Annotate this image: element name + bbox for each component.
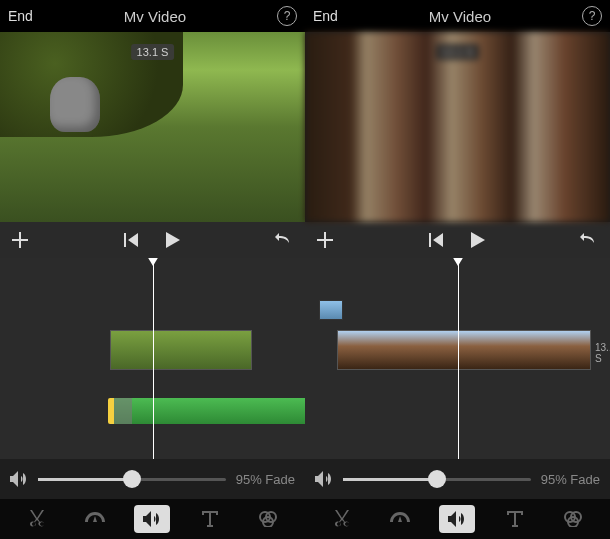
slider-knob[interactable] (428, 470, 446, 488)
undo-icon[interactable] (580, 233, 598, 247)
volume-slider[interactable] (343, 478, 531, 481)
playback-controls (0, 222, 305, 258)
slider-knob[interactable] (123, 470, 141, 488)
tool-bar (305, 499, 610, 539)
back-button[interactable]: End (313, 8, 338, 24)
tool-bar (0, 499, 305, 539)
volume-slider[interactable] (38, 478, 226, 481)
playback-controls (305, 222, 610, 258)
fade-label: 95% Fade (541, 472, 600, 487)
audio-tool[interactable] (134, 505, 170, 533)
video-clip[interactable] (337, 330, 591, 370)
help-icon[interactable]: ? (277, 6, 297, 26)
timeline[interactable] (0, 258, 305, 459)
cut-tool[interactable] (324, 505, 360, 533)
overlay-track[interactable] (319, 300, 343, 322)
skip-back-icon[interactable] (124, 233, 138, 247)
editor-pane-right: End Mv Video ? 13.1 S 13.1 S 95% Fade (305, 0, 610, 539)
timecode-badge: 13.1 S (131, 44, 175, 60)
volume-bar: 95% Fade (305, 459, 610, 499)
editor-pane-left: End Mv Video ? 13.1 S 95% Fade (0, 0, 305, 539)
volume-bar: 95% Fade (0, 459, 305, 499)
video-preview[interactable]: 13.1 S (305, 32, 610, 222)
back-button[interactable]: End (8, 8, 33, 24)
help-icon[interactable]: ? (582, 6, 602, 26)
fade-label: 95% Fade (236, 472, 295, 487)
add-icon[interactable] (12, 232, 28, 248)
video-preview[interactable]: 13.1 S (0, 32, 305, 222)
play-icon[interactable] (166, 232, 180, 248)
cut-tool[interactable] (19, 505, 55, 533)
playhead[interactable] (458, 258, 459, 459)
timecode-badge: 13.1 S (436, 44, 480, 60)
video-clip[interactable] (110, 330, 252, 370)
speaker-icon (315, 471, 333, 487)
skip-back-icon[interactable] (429, 233, 443, 247)
overlay-clip[interactable] (319, 300, 343, 320)
speed-tool[interactable] (382, 505, 418, 533)
text-tool[interactable] (192, 505, 228, 533)
audio-clip[interactable] (108, 398, 305, 424)
speed-tool[interactable] (77, 505, 113, 533)
audio-tool[interactable] (439, 505, 475, 533)
project-title: Mv Video (429, 8, 491, 25)
playhead[interactable] (153, 258, 154, 459)
speaker-icon (10, 471, 28, 487)
filter-tool[interactable] (555, 505, 591, 533)
top-bar: End Mv Video ? (0, 0, 305, 32)
text-tool[interactable] (497, 505, 533, 533)
timeline[interactable]: 13.1 S (305, 258, 610, 459)
top-bar: End Mv Video ? (305, 0, 610, 32)
filter-tool[interactable] (250, 505, 286, 533)
project-title: Mv Video (124, 8, 186, 25)
add-icon[interactable] (317, 232, 333, 248)
play-icon[interactable] (471, 232, 485, 248)
clip-duration-label: 13.1 S (595, 342, 610, 364)
undo-icon[interactable] (275, 233, 293, 247)
